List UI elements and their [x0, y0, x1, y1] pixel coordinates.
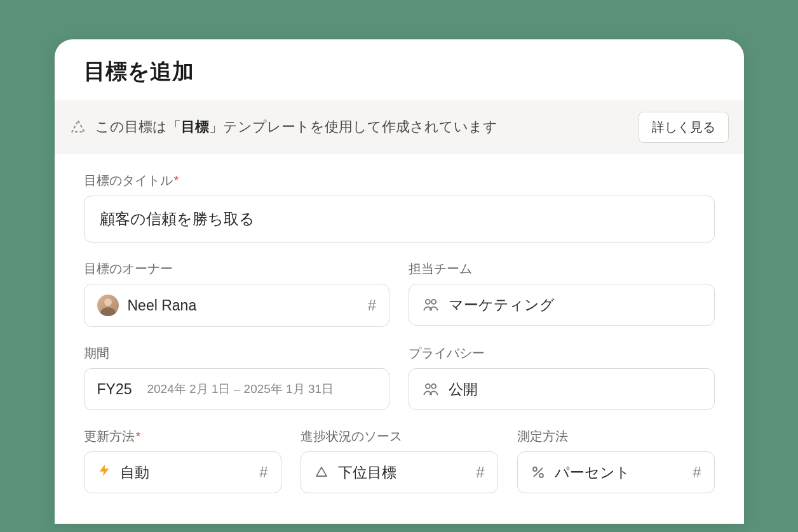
goal-title-label: 目標のタイトル*: [84, 172, 715, 189]
add-goal-modal: 目標を追加 この目標は「目標」テンプレートを使用して作成されています 詳しく見る…: [55, 39, 744, 524]
template-banner-content: この目標は「目標」テンプレートを使用して作成されています: [70, 117, 497, 137]
owner-select[interactable]: Neel Rana #: [84, 284, 390, 327]
measurement-value: パーセント: [555, 463, 684, 482]
team-field-group: 担当チーム マーケティング: [409, 260, 715, 327]
template-icon: [70, 119, 86, 135]
progress-source-select[interactable]: 下位目標 #: [301, 451, 498, 493]
owner-avatar: [97, 295, 119, 316]
learn-more-button[interactable]: 詳しく見る: [639, 112, 729, 143]
hash-icon: #: [259, 463, 267, 481]
template-banner: この目標は「目標」テンプレートを使用して作成されています 詳しく見る: [55, 100, 744, 154]
privacy-field-group: プライバシー 公開: [409, 345, 715, 410]
update-method-value: 自動: [120, 463, 251, 482]
owner-value: Neel Rana: [128, 297, 359, 314]
team-label: 担当チーム: [409, 260, 715, 277]
period-label: 期間: [84, 345, 390, 362]
goal-title-input[interactable]: [84, 196, 715, 243]
period-field-group: 期間 FY25 2024年 2月 1日 – 2025年 1月 31日: [84, 345, 390, 410]
template-banner-text: この目標は「目標」テンプレートを使用して作成されています: [95, 117, 497, 137]
privacy-label: プライバシー: [409, 345, 715, 362]
form-body: 目標のタイトル* 目標のオーナー Neel Rana # 担当チーム: [55, 172, 744, 524]
privacy-icon: [422, 380, 440, 398]
progress-source-value: 下位目標: [338, 463, 468, 482]
update-method-field-group: 更新方法* 自動 #: [84, 428, 281, 493]
modal-title: 目標を追加: [84, 57, 715, 86]
owner-field-group: 目標のオーナー Neel Rana #: [84, 260, 390, 327]
privacy-value: 公開: [449, 380, 701, 399]
period-select[interactable]: FY25 2024年 2月 1日 – 2025年 1月 31日: [84, 368, 390, 410]
measurement-label: 測定方法: [517, 428, 715, 445]
hash-icon: #: [476, 463, 484, 481]
period-range: 2024年 2月 1日 – 2025年 1月 31日: [147, 381, 334, 397]
measurement-field-group: 測定方法 パーセント #: [517, 428, 715, 493]
bolt-icon: [97, 463, 111, 481]
privacy-select[interactable]: 公開: [409, 368, 715, 410]
modal-header: 目標を追加: [55, 39, 744, 100]
svg-point-5: [539, 474, 543, 477]
sub-goal-icon: [314, 465, 329, 480]
team-select[interactable]: マーケティング: [409, 284, 715, 326]
team-icon: [422, 296, 440, 314]
svg-point-3: [431, 384, 436, 389]
svg-point-2: [426, 384, 430, 389]
progress-source-label: 進捗状況のソース: [301, 428, 498, 445]
svg-line-6: [534, 468, 543, 477]
svg-point-0: [426, 300, 430, 304]
owner-label: 目標のオーナー: [84, 260, 390, 277]
svg-point-1: [431, 300, 436, 304]
update-method-label: 更新方法*: [84, 428, 281, 445]
hash-icon: #: [693, 463, 701, 481]
svg-point-4: [533, 467, 537, 471]
hash-icon: #: [368, 296, 376, 314]
progress-source-field-group: 進捗状況のソース 下位目標 #: [301, 428, 498, 493]
period-value: FY25: [97, 381, 132, 398]
measurement-select[interactable]: パーセント #: [517, 451, 715, 493]
percent-icon: [531, 465, 546, 480]
goal-title-field-group: 目標のタイトル*: [84, 172, 715, 243]
team-value: マーケティング: [449, 295, 701, 315]
update-method-select[interactable]: 自動 #: [84, 451, 281, 493]
